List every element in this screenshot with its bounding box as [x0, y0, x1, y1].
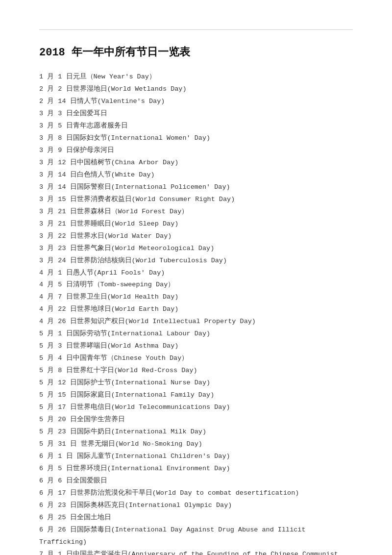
list-item: 2 月 2 日世界湿地日(World Wetlands Day) — [39, 83, 353, 96]
page-title: 2018 年一年中所有节日一览表 — [39, 45, 353, 59]
list-item: 5 月 20 日全国学生营养日 — [39, 414, 353, 426]
list-item: 4 月 1 日愚人节(April Fools' Day) — [39, 267, 353, 279]
list-item: 3 月 15 日世界消费者权益日(World Consumer Right Da… — [39, 194, 353, 206]
list-item: 6 月 25 日全国土地日 — [39, 512, 353, 524]
list-item: 3 月 14 日白色情人节(White Day) — [39, 169, 353, 181]
list-item: 3 月 12 日中国植树节(China Arbor Day) — [39, 157, 353, 169]
top-rule — [39, 29, 353, 30]
list-item: 6 月 26 日国际禁毒日(International Day Against … — [39, 524, 353, 549]
list-item: 3 月 22 日世界水日(World Water Day) — [39, 230, 353, 243]
list-item: 6 月 5 日世界环境日(International Environment D… — [39, 463, 353, 475]
list-item: 5 月 23 日国际牛奶日(International Milk Day) — [39, 426, 353, 438]
list-item: 5 月 12 日国际护士节(International Nurse Day) — [39, 377, 353, 389]
list-item: 3 月 9 日保护母亲河日 — [39, 145, 353, 157]
list-item: 5 月 8 日世界红十字日(World Red-Cross Day) — [39, 365, 353, 377]
list-item: 3 月 21 日世界森林日（World Forest Day） — [39, 206, 353, 218]
list-item: 5 月 17 日世界电信日(World Telecommunications D… — [39, 402, 353, 414]
list-item: 4 月 26 日世界知识产权日(World Intellectual Prope… — [39, 316, 353, 328]
list-item: 4 月 22 日世界地球日(World Earth Day) — [39, 303, 353, 316]
list-item: 1 月 1 日元旦（New Year's Day） — [39, 71, 353, 83]
page-container: 2018 年一年中所有节日一览表 1 月 1 日元旦（New Year's Da… — [0, 0, 392, 555]
list-item: 7 月 1 日中国共产党诞生日(Anniversary of the Found… — [39, 549, 353, 555]
list-item: 4 月 5 日清明节（Tomb-sweeping Day） — [39, 279, 353, 291]
list-item: 6 月 1 日 国际儿童节(International Children's D… — [39, 451, 353, 463]
list-item: 5 月 15 日国际家庭日(International Family Day) — [39, 389, 353, 402]
list-item: 6 月 17 日世界防治荒漠化和干旱日(World Day to combat … — [39, 487, 353, 500]
list-item: 5 月 3 日世界哮喘日(World Asthma Day) — [39, 340, 353, 353]
list-item: 3 月 3 日全国爱耳日 — [39, 108, 353, 120]
list-item: 3 月 8 日国际妇女节(International Women' Day) — [39, 132, 353, 145]
list-item: 3 月 24 日世界防治结核病日(World Tuberculosis Day) — [39, 255, 353, 267]
list-item: 3 月 23 日世界气象日(World Meteorological Day) — [39, 243, 353, 255]
list-item: 3 月 14 日国际警察日(International Policemen' D… — [39, 181, 353, 194]
list-item: 6 月 23 日国际奥林匹克日(International Olympic Da… — [39, 500, 353, 512]
list-item: 3 月 21 日世界睡眠日(World Sleep Day) — [39, 218, 353, 230]
list-item: 5 月 1 日国际劳动节(International Labour Day) — [39, 328, 353, 340]
list-item: 6 月 6 日全国爱眼日 — [39, 475, 353, 487]
list-item: 4 月 7 日世界卫生日(World Health Day) — [39, 291, 353, 303]
holiday-list: 1 月 1 日元旦（New Year's Day）2 月 2 日世界湿地日(Wo… — [39, 71, 353, 555]
list-item: 2 月 14 日情人节(Valentine's Day) — [39, 96, 353, 108]
list-item: 3 月 5 日青年志愿者服务日 — [39, 120, 353, 132]
list-item: 5 月 4 日中国青年节（Chinese Youth Day） — [39, 353, 353, 365]
list-item: 5 月 31 日 世界无烟日(World No-Smoking Day) — [39, 438, 353, 451]
